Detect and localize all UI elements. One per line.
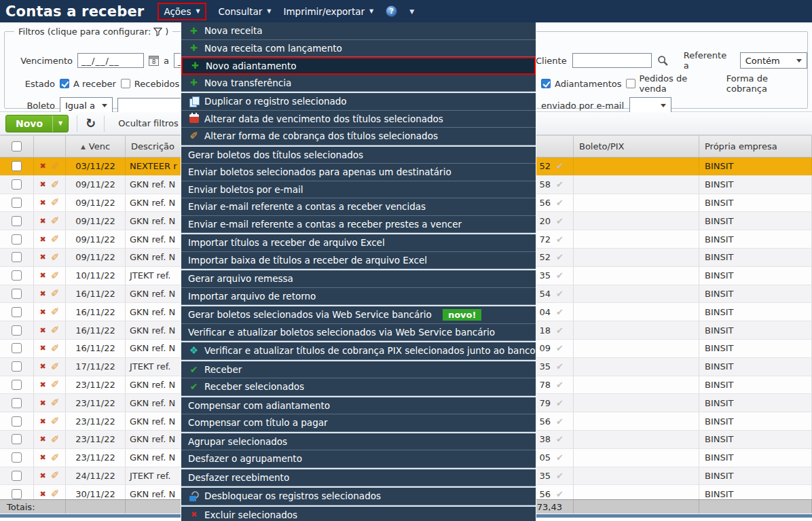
edit-row-icon[interactable]: ✐ — [51, 415, 60, 427]
row-checkbox[interactable] — [12, 471, 22, 481]
edit-row-icon[interactable]: ✐ — [51, 215, 60, 227]
menu-item[interactable]: Enviar boletos por e-mail — [181, 181, 536, 199]
edit-row-icon[interactable]: ✐ — [51, 452, 60, 464]
chevron-down-icon[interactable]: ▼ — [409, 8, 414, 15]
menu-item[interactable]: ✔Receber selecionados — [181, 378, 536, 396]
row-checkbox[interactable] — [12, 289, 22, 299]
delete-row-icon[interactable]: ✖ — [40, 198, 46, 207]
filters-legend[interactable]: Filtros (clique para configurar: ) — [14, 26, 172, 37]
menu-item[interactable]: Enviar e-mail referente a contas a receb… — [181, 216, 536, 234]
menu-item[interactable]: Gerar arquivo remessa — [181, 270, 536, 288]
select-all-checkbox[interactable] — [12, 141, 22, 151]
menu-consultar[interactable]: Consultar ▼ — [219, 6, 272, 17]
propria-empresa-header[interactable]: Própria empresa — [699, 135, 812, 158]
row-checkbox[interactable] — [12, 325, 22, 336]
delete-row-icon[interactable]: ✖ — [40, 326, 46, 335]
menu-item[interactable]: ✚Nova transferência — [181, 75, 536, 92]
delete-row-icon[interactable]: ✖ — [40, 417, 46, 426]
enviado-email-select[interactable] — [629, 97, 671, 113]
boleto-operator-select[interactable]: Igual a — [60, 97, 113, 113]
menu-item[interactable]: Compensar com título a pagar — [181, 414, 536, 432]
menu-acoes[interactable]: Ações ▼ — [158, 3, 206, 20]
row-checkbox[interactable] — [12, 380, 22, 390]
menu-item[interactable]: Gerar boletos dos títulos selecionados — [181, 147, 536, 164]
row-checkbox[interactable] — [12, 361, 22, 372]
row-checkbox[interactable] — [12, 398, 22, 408]
row-checkbox[interactable] — [12, 252, 22, 262]
delete-row-icon[interactable]: ✖ — [40, 235, 46, 244]
delete-row-icon[interactable]: ✖ — [40, 399, 46, 408]
menu-item[interactable]: ✔Receber — [181, 361, 536, 379]
hide-filters-button[interactable]: Ocultar filtros — [113, 115, 183, 131]
row-checkbox[interactable] — [12, 198, 22, 208]
pedidos-venda-checkbox[interactable] — [626, 79, 635, 88]
menu-item[interactable]: Agrupar selecionados — [181, 433, 536, 451]
menu-item[interactable]: ❖Verificar e atualizar títulos de cobran… — [181, 342, 536, 360]
edit-row-icon[interactable]: ✐ — [51, 179, 60, 191]
delete-row-icon[interactable]: ✖ — [40, 308, 46, 317]
a-receber-checkbox[interactable] — [60, 79, 69, 88]
edit-row-icon[interactable]: ✐ — [51, 397, 60, 409]
row-checkbox[interactable] — [12, 452, 22, 463]
cliente-input[interactable] — [572, 53, 652, 68]
boleto-pix-header[interactable]: Boleto/PIX — [574, 135, 699, 158]
menu-item[interactable]: ✚Nova receita com lançamento — [181, 40, 536, 58]
row-checkbox[interactable] — [12, 489, 22, 499]
menu-item[interactable]: Importar arquivo de retorno — [181, 288, 536, 306]
menu-item[interactable]: Desbloquear os registros selecionados — [181, 488, 536, 505]
delete-row-icon[interactable]: ✖ — [40, 271, 46, 280]
row-checkbox[interactable] — [12, 416, 22, 427]
delete-row-icon[interactable]: ✖ — [40, 490, 46, 499]
menu-item[interactable]: ✚Nova receita — [181, 22, 536, 40]
menu-item[interactable]: Desfazer o agrupamento — [181, 450, 536, 468]
menu-item[interactable]: ✚Novo adiantamento — [181, 57, 536, 75]
menu-item[interactable]: Alterar data de vencimento dos títulos s… — [181, 111, 536, 128]
delete-row-icon[interactable]: ✖ — [40, 362, 46, 371]
delete-row-icon[interactable]: ✖ — [40, 471, 46, 480]
menu-item[interactable]: Enviar boletos selecionados para apenas … — [181, 164, 536, 181]
row-checkbox[interactable] — [12, 270, 22, 281]
adiantamentos-checkbox[interactable] — [541, 79, 551, 88]
menu-item[interactable]: Compensar com adiantamento — [181, 397, 536, 415]
row-checkbox[interactable] — [12, 307, 22, 317]
edit-row-icon[interactable]: ✐ — [51, 469, 60, 482]
edit-row-icon[interactable]: ✐ — [51, 160, 60, 173]
row-checkbox[interactable] — [12, 216, 22, 226]
row-checkbox[interactable] — [12, 343, 22, 353]
referente-select[interactable]: Contém — [740, 52, 807, 69]
delete-row-icon[interactable]: ✖ — [40, 162, 46, 170]
edit-row-icon[interactable]: ✐ — [51, 324, 60, 336]
delete-row-icon[interactable]: ✖ — [40, 453, 46, 462]
edit-row-icon[interactable]: ✐ — [51, 233, 60, 245]
delete-row-icon[interactable]: ✖ — [40, 435, 46, 444]
recebidos-checkbox[interactable] — [121, 79, 130, 88]
row-checkbox[interactable] — [12, 161, 22, 171]
menu-item[interactable]: Desfazer recebimento — [181, 469, 536, 487]
vencimento-from-input[interactable]: __/__/__ — [77, 53, 144, 68]
edit-row-icon[interactable]: ✐ — [51, 433, 60, 446]
menu-item[interactable]: Enviar e-mail referente a contas a receb… — [181, 198, 536, 216]
venc-header[interactable]: ▲ Venc — [66, 135, 126, 158]
edit-row-icon[interactable]: ✐ — [51, 287, 60, 300]
row-checkbox[interactable] — [12, 234, 22, 245]
calendar-picker-icon[interactable] — [149, 56, 159, 66]
menu-imprimir-exportar[interactable]: Imprimir/exportar ▼ — [283, 6, 373, 17]
menu-item[interactable]: Duplicar o registro selecionado — [181, 93, 536, 111]
row-checkbox[interactable] — [12, 434, 22, 444]
menu-item[interactable]: Verificar e atualizar boletos selecionad… — [181, 324, 536, 342]
edit-row-icon[interactable]: ✐ — [51, 378, 60, 391]
menu-item[interactable]: Importar baixa de títulos a receber de a… — [181, 252, 536, 270]
delete-row-icon[interactable]: ✖ — [40, 253, 46, 262]
menu-item[interactable]: Gerar boletos selecionados via Web Servi… — [181, 306, 536, 324]
delete-row-icon[interactable]: ✖ — [40, 380, 46, 389]
edit-row-icon[interactable]: ✐ — [51, 270, 60, 282]
refresh-icon[interactable]: ↻ — [85, 115, 98, 131]
menu-item[interactable]: ✖Excluir selecionados — [181, 507, 536, 521]
edit-row-icon[interactable]: ✐ — [51, 196, 60, 209]
menu-item[interactable]: ✐Alterar forma de cobrança dos títulos s… — [181, 128, 536, 145]
delete-row-icon[interactable]: ✖ — [40, 289, 46, 298]
edit-row-icon[interactable]: ✐ — [51, 251, 60, 264]
help-icon[interactable]: ? — [386, 5, 397, 17]
row-checkbox[interactable] — [12, 179, 22, 190]
edit-row-icon[interactable]: ✐ — [51, 342, 60, 355]
